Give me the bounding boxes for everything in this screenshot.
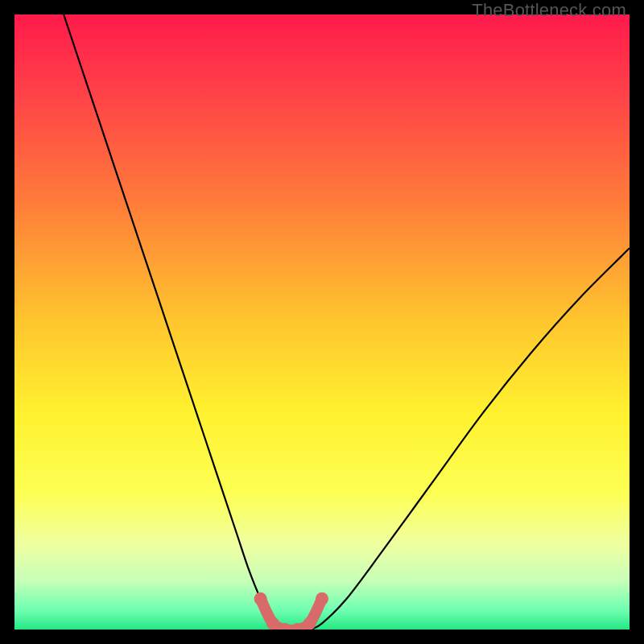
gradient-background bbox=[14, 14, 630, 630]
bottleneck-chart bbox=[14, 14, 630, 630]
valley-dot bbox=[316, 592, 328, 605]
valley-dot bbox=[266, 617, 279, 630]
valley-dot bbox=[303, 617, 316, 630]
valley-dot bbox=[254, 592, 267, 605]
watermark-text: TheBottleneck.com bbox=[472, 0, 626, 21]
chart-frame bbox=[14, 14, 630, 630]
